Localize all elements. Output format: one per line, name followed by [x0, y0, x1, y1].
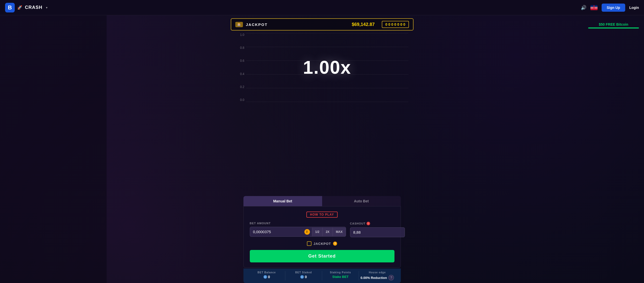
- bet-amount-label: BET AMOUNT: [250, 222, 346, 225]
- bet-balance-value-row: ⊙ 0: [263, 275, 270, 279]
- grid-line-5: [246, 88, 408, 88]
- cashout-label: CASHOUT !: [350, 222, 405, 225]
- jackpot-emoji: 🎰: [237, 23, 241, 26]
- bet-amount-input[interactable]: [250, 227, 304, 236]
- half-button[interactable]: 1/2: [312, 228, 323, 236]
- jackpot-check-row: JACKPOT ?: [250, 241, 394, 246]
- grid-line-2: [246, 47, 408, 47]
- house-edge-help-icon[interactable]: ?: [388, 275, 394, 280]
- bet-input-wrapper: ₿ 1/2 2X MAX: [250, 227, 346, 237]
- chart-grid: 1.00x: [246, 33, 408, 102]
- y-label-3: 0.6: [236, 59, 246, 63]
- bet-multiplier-buttons: 1/2 2X MAX: [312, 228, 346, 236]
- bet-staked-label: BET Staked: [295, 271, 312, 274]
- jackpot-bar: 🎰 JACKPOT $69,142.87 0 0 0 0 0 0 0: [231, 18, 414, 31]
- y-label-1: 1.0: [236, 33, 246, 37]
- game-title: CRASH: [25, 5, 42, 10]
- jackpot-checkbox[interactable]: [307, 241, 311, 246]
- bet-controls-wrapper: Manual Bet Auto Bet HOW TO PLAY BET AMOU…: [243, 196, 401, 268]
- jackpot-check-label: JACKPOT: [313, 242, 331, 246]
- bet-staked-value: 0: [305, 275, 307, 279]
- bet-staked-coin-icon: ⊙: [300, 275, 304, 279]
- y-label-4: 0.4: [236, 72, 246, 76]
- jackpot-label: JACKPOT: [246, 22, 268, 27]
- language-flag-icon[interactable]: [590, 5, 598, 10]
- grid-line-6: [246, 102, 408, 102]
- y-label-2: 0.8: [236, 46, 246, 50]
- bet-tabs: Manual Bet Auto Bet: [243, 196, 401, 206]
- bet-balance-label: BET Balance: [258, 271, 276, 274]
- max-button[interactable]: MAX: [333, 228, 346, 236]
- cashout-input[interactable]: [350, 228, 405, 237]
- tab-auto-bet[interactable]: Auto Bet: [322, 196, 401, 206]
- login-button[interactable]: Login: [629, 6, 639, 10]
- left-panel: [0, 15, 107, 283]
- stat-bet-staked: BET Staked ⊙ 0: [285, 271, 322, 280]
- grid-line-1: [246, 33, 408, 33]
- house-edge-value: 0.00% Reduction: [360, 276, 387, 280]
- chart-y-axis: 1.0 0.8 0.6 0.4 0.2 0.0: [236, 33, 246, 102]
- double-button[interactable]: 2X: [322, 228, 333, 236]
- logo-area: B 🚀 CRASH ▾: [5, 3, 47, 12]
- bitcoin-coin-icon: ₿: [304, 229, 310, 235]
- promo-progress-bar: [588, 27, 639, 28]
- jackpot-help-icon[interactable]: ?: [333, 242, 337, 246]
- cashout-group: CASHOUT !: [350, 222, 405, 237]
- header: B 🚀 CRASH ▾ 🔊 Sign Up Login: [0, 0, 644, 15]
- promo-text: $50 FREE Bitcoin: [588, 22, 639, 26]
- counter-digit-3: 0: [391, 22, 393, 26]
- bet-staked-value-row: ⊙ 0: [300, 275, 307, 279]
- multiplier-display: 1.00x: [303, 57, 351, 78]
- chevron-down-icon[interactable]: ▾: [46, 6, 47, 9]
- header-right: 🔊 Sign Up Login: [581, 4, 639, 12]
- sound-icon[interactable]: 🔊: [581, 5, 586, 10]
- stat-bet-balance: BET Balance ⊙ 0: [249, 271, 285, 280]
- counter-digit-4: 0: [394, 22, 396, 26]
- bet-amount-group: BET AMOUNT ₿ 1/2 2X MAX: [250, 222, 346, 237]
- counter-digit-6: 0: [400, 22, 402, 26]
- stat-house-edge: House edge 0.00% Reduction ?: [359, 271, 395, 280]
- jackpot-counter: 0 0 0 0 0 0 0: [382, 21, 409, 28]
- logo-icon: B: [5, 3, 15, 12]
- chart-area: 1.0 0.8 0.6 0.4 0.2 0.0 1.00x: [236, 33, 408, 102]
- counter-digit-7: 0: [403, 22, 405, 26]
- crash-rocket-icon: 🚀: [17, 5, 22, 10]
- how-to-play-button[interactable]: HOW TO PLAY: [306, 212, 337, 218]
- tab-manual-bet[interactable]: Manual Bet: [243, 196, 322, 206]
- signup-button[interactable]: Sign Up: [602, 4, 625, 12]
- promo-banner: $50 FREE Bitcoin: [588, 22, 639, 28]
- get-started-button[interactable]: Get Started: [250, 250, 394, 262]
- counter-digit-2: 0: [388, 22, 390, 26]
- jackpot-icon: 🎰: [235, 22, 243, 27]
- bet-input-row: BET AMOUNT ₿ 1/2 2X MAX CASHOUT !: [250, 222, 394, 237]
- staking-points-label: Staking Points: [330, 271, 351, 274]
- bet-balance-coin-icon: ⊙: [263, 275, 267, 279]
- bet-panel: HOW TO PLAY BET AMOUNT ₿ 1/2 2X MAX: [243, 206, 401, 268]
- jackpot-amount: $69,142.87: [352, 22, 375, 27]
- bet-balance-value: 0: [268, 275, 270, 279]
- cashout-input-wrapper: [350, 227, 405, 237]
- house-edge-label: House edge: [369, 271, 386, 274]
- cashout-info-icon[interactable]: !: [367, 222, 370, 225]
- stake-bet-link[interactable]: Stake BET: [332, 275, 349, 279]
- y-label-6: 0.0: [236, 98, 246, 102]
- stat-staking-points: Staking Points Stake BET: [322, 271, 359, 280]
- y-label-5: 0.2: [236, 85, 246, 89]
- counter-digit-5: 0: [397, 22, 399, 26]
- stats-bar: BET Balance ⊙ 0 BET Staked ⊙ 0 Staking P…: [243, 269, 401, 283]
- counter-digit-1: 0: [385, 22, 387, 26]
